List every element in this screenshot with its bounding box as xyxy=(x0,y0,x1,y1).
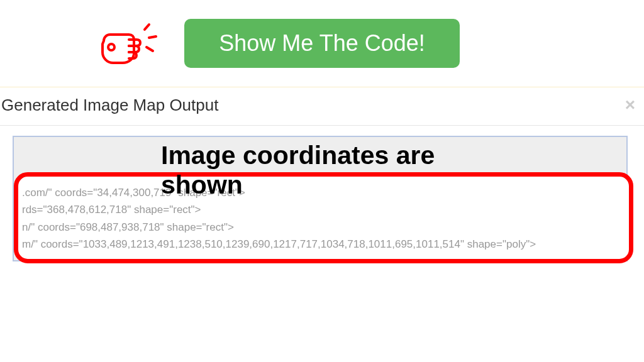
svg-point-0 xyxy=(108,44,114,50)
svg-line-2 xyxy=(149,36,156,38)
top-button-section: Show Me The Code! xyxy=(0,0,644,87)
modal-title: Generated Image Map Output xyxy=(1,96,218,115)
output-container: Image coordinates are shown .com/" coord… xyxy=(0,126,644,261)
code-line: m/" coords="1033,489,1213,491,1238,510,1… xyxy=(22,236,623,253)
code-line: rds="368,478,612,718" shape="rect"> xyxy=(22,201,623,218)
close-icon[interactable]: × xyxy=(625,95,639,115)
modal-header: Generated Image Map Output × xyxy=(0,87,644,126)
pointing-hand-icon xyxy=(97,22,157,69)
annotation-heading: Image coordinates are shown xyxy=(161,141,483,200)
svg-line-3 xyxy=(147,47,153,51)
show-code-button[interactable]: Show Me The Code! xyxy=(184,19,460,68)
code-line: n/" coords="698,487,938,718" shape="rect… xyxy=(22,219,623,236)
svg-line-1 xyxy=(145,25,149,30)
